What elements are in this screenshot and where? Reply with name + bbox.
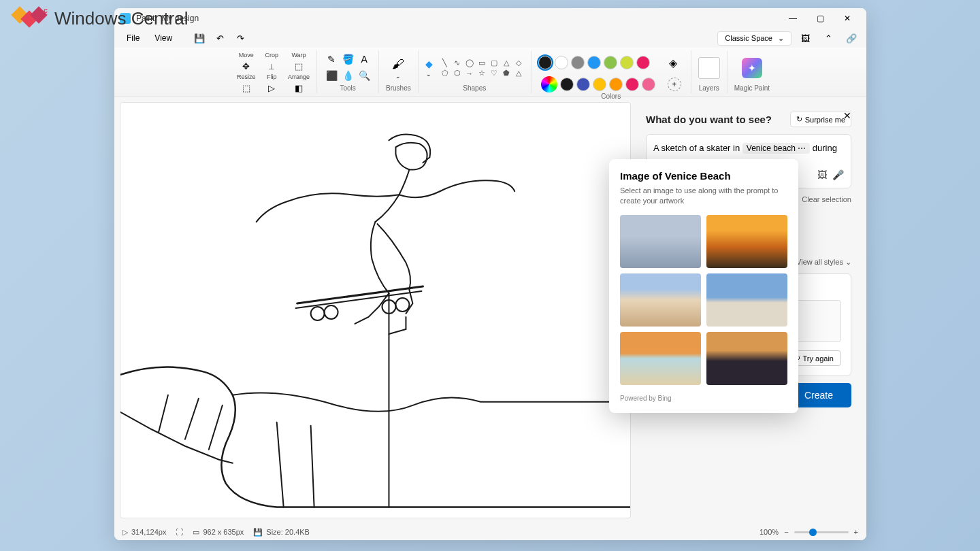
shapes-grid[interactable]: ╲∿◯▭▢△◇ ⬠⬡→☆♡⬟△ — [440, 59, 524, 78]
color-blue[interactable] — [587, 56, 601, 69]
zoom-slider[interactable] — [794, 531, 849, 533]
color-gray[interactable] — [571, 56, 585, 69]
popup-image-2[interactable] — [706, 215, 787, 268]
svg-point-0 — [311, 307, 325, 320]
color-magenta[interactable] — [625, 78, 639, 91]
popup-image-1[interactable] — [620, 215, 701, 268]
brush-picker[interactable]: 🖌⌄ — [392, 57, 404, 80]
magnify-tool[interactable]: 🔍 — [357, 68, 372, 83]
popup-image-5[interactable] — [620, 332, 701, 385]
resize-tool[interactable]: Resize⬚ — [237, 73, 256, 94]
status-bar: ▷ 314,124px ⛶ ▭ 962 x 635px 💾 Size: 20.4… — [114, 524, 866, 540]
status-cursor: ▷ 314,124px — [122, 528, 166, 537]
color-white[interactable] — [555, 56, 568, 69]
popup-footer: Powered by Bing — [620, 395, 787, 402]
svg-point-1 — [325, 305, 338, 319]
mic-icon[interactable]: 🎤 — [832, 167, 844, 182]
color-wheel[interactable] — [541, 76, 557, 93]
save-icon[interactable]: 💾 — [190, 30, 209, 46]
add-color[interactable]: + — [668, 78, 681, 91]
pencil-tool[interactable]: ✎ — [324, 52, 339, 67]
color-green[interactable] — [604, 56, 617, 69]
eyedropper-tool[interactable]: 💧 — [340, 68, 355, 83]
space-dropdown[interactable]: Classic Space⌄ — [717, 31, 791, 46]
close-window-button[interactable]: ✕ — [834, 9, 861, 28]
watermark-logo-area: c Windows Central — [14, 8, 189, 29]
panel-title: What do you want to see? — [646, 114, 772, 125]
zoom-label: 100% — [760, 528, 779, 536]
arrange-tool[interactable]: Arrange◧ — [288, 73, 310, 94]
color-purple[interactable] — [576, 78, 590, 91]
close-panel-icon[interactable]: ✕ — [840, 109, 854, 122]
canvas[interactable] — [120, 102, 631, 518]
watermark-text: Windows Central — [54, 8, 189, 29]
collapse-icon[interactable]: ⌃ — [819, 30, 838, 46]
status-size: 💾 Size: 20.4KB — [253, 528, 310, 537]
popup-image-3[interactable] — [620, 273, 701, 327]
svg-point-3 — [395, 298, 409, 312]
zoom-in-button[interactable]: + — [854, 528, 858, 536]
color-pink2[interactable] — [642, 78, 655, 91]
popup-desc: Select an image to use along with the pr… — [620, 186, 787, 207]
menu-file[interactable]: File — [120, 31, 146, 46]
chevron-down-icon: ⌄ — [778, 34, 784, 43]
minimize-button[interactable]: — — [779, 9, 806, 28]
flip-tool[interactable]: Flip▷ — [265, 73, 279, 94]
undo-icon[interactable]: ↶ — [210, 30, 229, 46]
title-bar: Paint My design — ▢ ✕ — [114, 8, 866, 29]
text-tool[interactable]: A — [357, 52, 372, 67]
status-dims: ▭ 962 x 635px — [193, 528, 244, 537]
eraser-tool[interactable]: ⬛ — [324, 68, 339, 83]
menu-view[interactable]: View — [148, 31, 179, 46]
color-black[interactable] — [538, 56, 552, 69]
color-yellow[interactable] — [593, 78, 606, 91]
image-attach-icon[interactable]: 🖼 — [817, 167, 827, 182]
color-black2[interactable] — [560, 78, 574, 91]
menu-bar: File View 💾 ↶ ↷ Classic Space⌄ 🖼 ⌃ 🔗 — [114, 29, 866, 48]
layer-thumb[interactable] — [698, 57, 720, 79]
sketch-drawing — [120, 103, 630, 518]
popup-image-6[interactable] — [706, 332, 787, 385]
image-picker-popup: Image of Venice Beach Select an image to… — [609, 159, 798, 413]
link-icon[interactable]: 🔗 — [842, 30, 861, 46]
zoom-out-button[interactable]: − — [784, 528, 788, 536]
ribbon: Move✥ Crop⟂ Warp⬚ Resize⬚ Flip▷ Arrange◧… — [114, 48, 866, 97]
prompt-chip[interactable]: Venice beach ⋯ — [742, 143, 810, 154]
warp-tool[interactable]: Warp⬚ — [288, 52, 310, 72]
redo-icon[interactable]: ↷ — [231, 30, 250, 46]
move-tool[interactable]: Move✥ — [237, 52, 256, 72]
color-pink[interactable] — [636, 56, 650, 69]
maximize-button[interactable]: ▢ — [806, 9, 834, 28]
color-lime[interactable] — [620, 56, 634, 69]
popup-title: Image of Venice Beach — [620, 170, 787, 182]
layers-stack-icon[interactable]: ◈ — [662, 52, 684, 73]
crop-tool[interactable]: Crop⟂ — [265, 52, 279, 72]
fill-tool[interactable]: 🪣 — [340, 52, 355, 67]
popup-image-4[interactable] — [706, 273, 787, 327]
image-icon[interactable]: 🖼 — [796, 30, 815, 46]
color-orange[interactable] — [609, 78, 623, 91]
status-fit[interactable]: ⛶ — [176, 528, 183, 536]
magic-paint-button[interactable]: ✦ — [742, 58, 762, 78]
watermark-icon: c — [14, 9, 48, 29]
shape-fill[interactable]: ◆⌄ — [425, 59, 433, 78]
